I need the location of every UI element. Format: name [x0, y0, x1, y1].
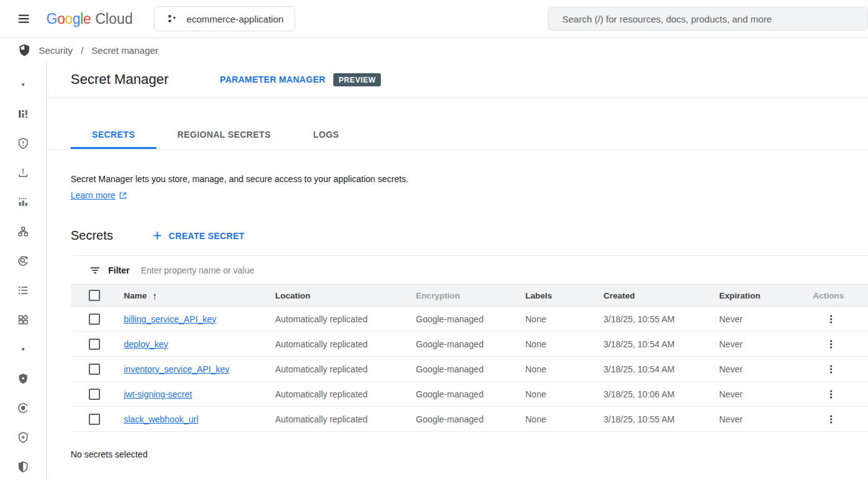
- secret-name-link[interactable]: inventory_service_API_key: [124, 364, 230, 374]
- column-header-expiration: Expiration: [719, 291, 813, 300]
- cell-expiration: Never: [719, 364, 813, 374]
- sidebar-item-posture[interactable]: [0, 364, 46, 393]
- row-actions-button[interactable]: [822, 335, 840, 354]
- cell-location: Automatically replicated: [275, 389, 416, 399]
- row-checkbox[interactable]: [89, 364, 100, 375]
- security-shield-icon: [18, 43, 31, 57]
- secret-name-link[interactable]: jwt-signing-secret: [124, 389, 192, 399]
- sidebar-item-overview[interactable]: [0, 99, 46, 128]
- filter-input[interactable]: [141, 265, 868, 275]
- tab-logs[interactable]: LOGS: [292, 120, 360, 149]
- secrets-section-header: Secrets CREATE SECRET: [47, 228, 868, 243]
- kebab-menu-icon: [826, 314, 836, 324]
- main-content: Secret Manager PARAMETER MANAGER PREVIEW…: [47, 62, 868, 479]
- row-checkbox[interactable]: [89, 414, 100, 425]
- hamburger-icon: [17, 12, 31, 26]
- cell-expiration: Never: [719, 339, 813, 349]
- row-actions-button[interactable]: [822, 410, 840, 429]
- sidebar-item-risk-reports[interactable]: [0, 158, 46, 187]
- top-app-bar: G o o g l e Cloud ecommerce-application: [0, 0, 868, 38]
- row-actions-button[interactable]: [822, 385, 840, 404]
- table-header-row: Name ↑ Location Encryption Labels Create…: [71, 284, 868, 307]
- cell-encryption: Google-managed: [416, 364, 525, 374]
- sidebar-item-findings[interactable]: [0, 275, 46, 305]
- sidebar-item-secret-manager[interactable]: [0, 452, 46, 480]
- create-secret-button[interactable]: CREATE SECRET: [152, 230, 245, 241]
- cell-encryption: Google-managed: [416, 314, 525, 324]
- google-cloud-logo[interactable]: G o o g l e Cloud: [46, 11, 133, 28]
- cell-expiration: Never: [719, 414, 813, 424]
- row-actions-button[interactable]: [822, 360, 840, 379]
- logo-letter: o: [65, 11, 73, 28]
- select-all-checkbox[interactable]: [89, 290, 100, 301]
- cell-location: Automatically replicated: [275, 339, 416, 349]
- secret-shield-icon: [17, 461, 29, 473]
- sidebar-item-threats[interactable]: [0, 128, 46, 158]
- shield-alert-icon: [17, 137, 29, 150]
- shield-solid-icon: [17, 372, 29, 385]
- sidebar-item-assets[interactable]: [0, 217, 46, 246]
- learn-more-label: Learn more: [71, 190, 116, 201]
- secrets-heading: Secrets: [71, 228, 113, 243]
- sort-ascending-icon[interactable]: ↑: [153, 290, 158, 301]
- cell-labels: None: [525, 364, 603, 374]
- sidebar-item-workloads[interactable]: [0, 305, 46, 334]
- row-checkbox[interactable]: [89, 339, 100, 350]
- sidebar-item-analytics[interactable]: [0, 187, 46, 217]
- shield-plus-icon: [17, 431, 29, 444]
- row-checkbox[interactable]: [89, 314, 100, 325]
- column-header-location: Location: [275, 291, 416, 300]
- search-input[interactable]: [548, 7, 868, 31]
- secret-name-link[interactable]: billing_service_API_key: [124, 314, 216, 324]
- breadcrumb-page[interactable]: Secret manager: [91, 45, 158, 56]
- sidebar-item-protection[interactable]: [0, 422, 46, 452]
- table-row: inventory_service_API_key Automatically …: [71, 357, 868, 382]
- secret-name-link[interactable]: slack_webhook_url: [124, 414, 198, 424]
- column-header-labels: Labels: [525, 291, 603, 300]
- breadcrumb-section[interactable]: Security: [39, 45, 73, 56]
- tab-regional-secrets[interactable]: REGIONAL SECRETS: [156, 120, 292, 149]
- plus-icon: [152, 230, 163, 241]
- sidebar-item-compliance[interactable]: [0, 393, 46, 422]
- parameter-manager-link[interactable]: PARAMETER MANAGER: [220, 74, 326, 84]
- cell-created: 3/18/25, 10:54 AM: [603, 364, 719, 374]
- tab-secrets[interactable]: SECRETS: [71, 120, 156, 149]
- sidebar-item-scan[interactable]: [0, 246, 46, 275]
- main-menu-button[interactable]: [11, 6, 36, 31]
- breadcrumb: Security / Secret manager: [0, 38, 868, 62]
- sidebar-separator: [0, 69, 46, 99]
- column-header-name[interactable]: Name: [124, 291, 147, 300]
- table-row: slack_webhook_url Automatically replicat…: [71, 407, 868, 432]
- cell-location: Automatically replicated: [275, 314, 416, 324]
- project-selector-button[interactable]: ecommerce-application: [154, 6, 295, 31]
- findings-list-icon: [17, 284, 29, 297]
- resources-tree-icon: [17, 225, 29, 238]
- cell-labels: None: [525, 339, 603, 349]
- secret-name-link[interactable]: deploy_key: [124, 339, 168, 349]
- intro-section: Secret Manager lets you store, manage, a…: [47, 173, 868, 201]
- cell-created: 3/18/25, 10:06 AM: [603, 389, 719, 399]
- learn-more-link[interactable]: Learn more: [71, 190, 127, 201]
- row-checkbox[interactable]: [89, 389, 100, 400]
- create-secret-label: CREATE SECRET: [169, 231, 245, 241]
- cell-expiration: Never: [719, 389, 813, 399]
- table-row: deploy_key Automatically replicated Goog…: [71, 332, 868, 357]
- compliance-shield-icon: [17, 402, 29, 414]
- filter-label[interactable]: Filter: [108, 265, 129, 275]
- cell-encryption: Google-managed: [416, 339, 525, 349]
- project-icon: [166, 13, 178, 25]
- logo-cloud-text: Cloud: [95, 11, 133, 28]
- secrets-table: Filter Name ↑ Location Encryption Labels…: [71, 255, 868, 432]
- cell-labels: None: [525, 314, 603, 324]
- logo-letter: o: [57, 11, 64, 28]
- cell-created: 3/18/25, 10:55 AM: [603, 414, 719, 424]
- cell-created: 3/18/25, 10:54 AM: [603, 339, 719, 349]
- intro-description: Secret Manager lets you store, manage, a…: [71, 173, 868, 185]
- row-actions-button[interactable]: [822, 310, 840, 329]
- overview-blocks-icon: [17, 108, 29, 120]
- page-header: Secret Manager PARAMETER MANAGER PREVIEW: [47, 62, 868, 98]
- cell-location: Automatically replicated: [275, 414, 416, 424]
- breadcrumb-separator: /: [81, 45, 83, 56]
- column-header-created: Created: [603, 291, 719, 300]
- preview-badge: PREVIEW: [333, 73, 381, 86]
